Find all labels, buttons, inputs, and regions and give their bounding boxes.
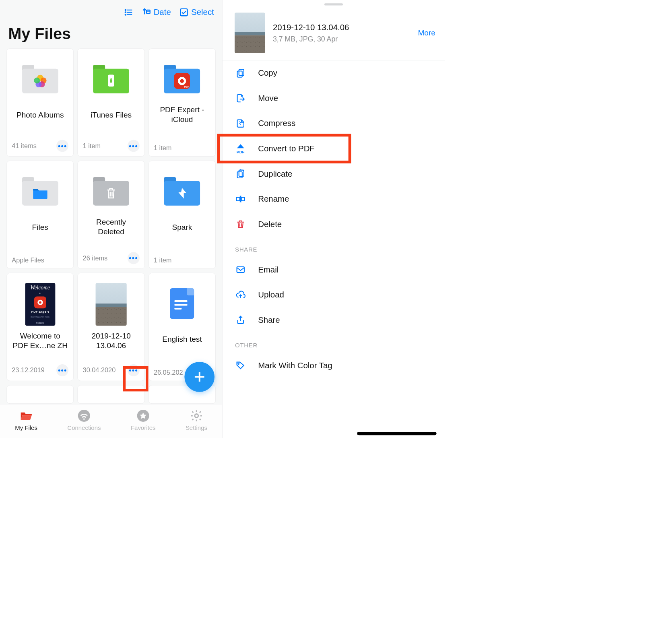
- tile-partial[interactable]: [6, 385, 74, 404]
- tab-label: My Files: [15, 424, 37, 431]
- tab-label: Connections: [67, 424, 101, 431]
- document-icon: [170, 288, 194, 319]
- toolbar: Date Select: [0, 0, 222, 20]
- folder-icon: [164, 177, 200, 206]
- action-convert-pdf[interactable]: PDF Convert to PDF: [223, 136, 445, 161]
- action-rename[interactable]: Rename: [223, 186, 445, 212]
- view-list-button[interactable]: [124, 8, 133, 17]
- more-button[interactable]: •••: [128, 140, 140, 152]
- file-actions-sheet: 2019-12-10 13.04.06 3,7 MB, JPG, 30 Apr …: [222, 0, 445, 438]
- tab-favorites[interactable]: Favorites: [131, 409, 156, 431]
- select-button[interactable]: Select: [179, 8, 214, 17]
- tile-name: PDF Expert - iCloud: [154, 105, 210, 124]
- action-duplicate[interactable]: Duplicate: [223, 161, 445, 187]
- action-label: Rename: [258, 194, 289, 204]
- action-compress[interactable]: Compress: [223, 111, 445, 136]
- checkbox-icon: [179, 8, 188, 17]
- tab-label: Favorites: [131, 424, 156, 431]
- share-icon: [235, 315, 245, 325]
- sort-date-button[interactable]: Date: [142, 8, 171, 17]
- svg-point-14: [39, 301, 41, 303]
- svg-point-20: [195, 414, 198, 417]
- svg-rect-33: [237, 197, 240, 200]
- more-button[interactable]: •••: [56, 364, 68, 376]
- action-copy[interactable]: Copy: [223, 60, 445, 86]
- action-label: Mark With Color Tag: [258, 361, 332, 370]
- more-link[interactable]: More: [418, 29, 435, 37]
- folder-icon: PDF: [164, 65, 200, 93]
- file-thumbnail: [235, 12, 265, 53]
- tile-meta: 1 item: [83, 142, 101, 150]
- svg-point-41: [238, 363, 239, 364]
- sheet-header: 2019-12-10 13.04.06 3,7 MB, JPG, 30 Apr …: [223, 8, 445, 60]
- more-button[interactable]: •••: [128, 252, 140, 264]
- cloud-upload-icon: [235, 290, 246, 299]
- svg-rect-10: [110, 79, 112, 83]
- file-grid: Photo Albums 41 items••• iTunes Files 1 …: [0, 48, 222, 404]
- folder-icon: [93, 65, 129, 93]
- folder-files[interactable]: Files Apple Files: [6, 161, 74, 269]
- email-icon: [235, 265, 245, 275]
- share-header: SHARE: [223, 237, 445, 257]
- action-move[interactable]: Move: [223, 86, 445, 111]
- folder-icon: [22, 65, 58, 93]
- page-title: My Files: [0, 20, 222, 48]
- tile-name: Photo Albums: [12, 105, 68, 124]
- action-label: Compress: [258, 119, 295, 128]
- action-label: Move: [258, 94, 278, 103]
- tile-name: Welcome to PDF Ex…ne ZH: [12, 331, 68, 351]
- action-label: Duplicate: [258, 169, 292, 178]
- copy-icon: [235, 68, 245, 78]
- folder-itunes-files[interactable]: iTunes Files 1 item•••: [78, 48, 145, 157]
- folder-recently-deleted[interactable]: Recently Deleted 26 items•••: [78, 161, 145, 269]
- tab-settings[interactable]: Settings: [186, 409, 207, 431]
- tile-name: Recently Deleted: [83, 217, 140, 237]
- tag-icon: [235, 361, 245, 370]
- tab-label: Settings: [186, 424, 207, 431]
- action-upload[interactable]: Upload: [223, 282, 445, 308]
- folder-spark[interactable]: Spark 1 item: [149, 161, 216, 269]
- action-color-tag[interactable]: Mark With Color Tag: [223, 353, 445, 378]
- folder-icon: [93, 177, 129, 206]
- svg-point-18: [83, 418, 85, 420]
- highlight-more-button: [123, 366, 149, 392]
- gear-icon: [190, 409, 203, 422]
- action-share[interactable]: Share: [223, 308, 445, 333]
- add-button[interactable]: [184, 362, 215, 392]
- select-label: Select: [191, 8, 214, 17]
- sheet-grabber[interactable]: [324, 3, 343, 5]
- folder-photo-albums[interactable]: Photo Albums 41 items•••: [6, 48, 74, 157]
- tile-name: Files: [12, 217, 68, 237]
- action-email[interactable]: Email: [223, 257, 445, 283]
- list-icon: [124, 8, 133, 17]
- tile-name: English test: [154, 330, 210, 349]
- svg-line-32: [243, 171, 243, 171]
- tile-meta: 1 item: [154, 256, 171, 264]
- action-label: Copy: [258, 68, 277, 78]
- move-icon: [235, 93, 245, 103]
- tile-meta: 23.12.2019: [12, 367, 45, 374]
- more-button[interactable]: •••: [56, 140, 68, 152]
- tile-meta: Apple Files: [12, 256, 44, 264]
- tile-meta: 41 items: [12, 142, 37, 150]
- highlight-convert-pdf: [217, 134, 351, 163]
- svg-rect-40: [237, 267, 244, 272]
- action-delete[interactable]: Delete: [223, 212, 445, 237]
- folder-open-icon: [20, 409, 33, 422]
- file-photo-jpg[interactable]: 2019-12-10 13.04.06 30.04.2020•••: [78, 273, 145, 381]
- svg-rect-21: [239, 69, 244, 75]
- file-browser-panel: Date Select My Files Photo Albums 41 ite…: [0, 0, 222, 438]
- svg-rect-34: [241, 197, 245, 200]
- tab-connections[interactable]: Connections: [67, 409, 101, 431]
- tile-meta: 26.05.202: [154, 369, 183, 376]
- tile-name: iTunes Files: [83, 105, 140, 124]
- folder-pdf-expert-icloud[interactable]: PDF PDF Expert - iCloud 1 item: [149, 48, 216, 157]
- document-thumbnail: WelcometoPDF Expert阅读注释编辑 PDF 的神器Readdle: [25, 283, 55, 326]
- svg-point-4: [125, 12, 126, 12]
- tab-my-files[interactable]: My Files: [15, 409, 37, 431]
- sort-label: Date: [154, 8, 171, 17]
- image-thumbnail: [95, 283, 127, 326]
- svg-point-5: [125, 14, 126, 15]
- svg-line-31: [242, 170, 242, 171]
- file-welcome-pdf[interactable]: WelcometoPDF Expert阅读注释编辑 PDF 的神器Readdle…: [6, 273, 74, 381]
